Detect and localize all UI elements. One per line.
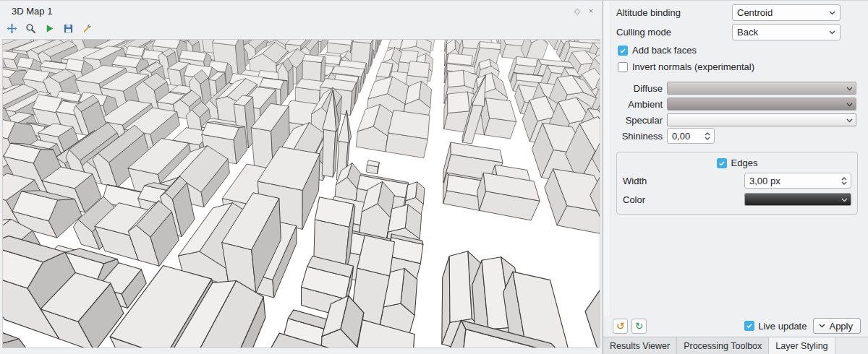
edges-width-row: Width 3,00 px bbox=[623, 171, 851, 190]
bottom-tabbar: Results Viewer Processing Toolbox Layer … bbox=[603, 337, 868, 354]
ambient-row: Ambient bbox=[616, 96, 858, 112]
styling-footer: ↺ ↻ Live update Apply bbox=[603, 316, 868, 337]
map-3d-title: 3D Map 1 bbox=[12, 6, 569, 17]
shininess-spinbox[interactable]: 0,00 bbox=[667, 128, 715, 144]
layer-styling-panel: Altitude binding Centroid Culling mode B… bbox=[603, 1, 868, 354]
qgis-window: 3D Map 1 ◇ × bbox=[0, 0, 868, 354]
spinner-arrows[interactable] bbox=[702, 132, 712, 140]
ambient-color-button[interactable] bbox=[667, 98, 856, 111]
undo-icon: ↺ bbox=[616, 321, 625, 331]
spinner-down-icon[interactable] bbox=[705, 137, 710, 140]
tabbar-filler bbox=[835, 337, 868, 354]
edges-color-label: Color bbox=[623, 194, 744, 205]
shininess-label: Shininess bbox=[616, 131, 663, 142]
chevron-down-icon bbox=[846, 118, 853, 123]
panel-scrollbar[interactable] bbox=[603, 1, 610, 316]
live-update-checkbox[interactable] bbox=[744, 321, 754, 331]
specular-swatch bbox=[668, 114, 856, 126]
diffuse-swatch bbox=[668, 82, 856, 94]
edges-title-label: Edges bbox=[731, 157, 758, 168]
altitude-binding-label: Altitude binding bbox=[616, 7, 732, 18]
edges-group-title: Edges bbox=[623, 155, 851, 171]
add-back-faces-label: Add back faces bbox=[632, 45, 697, 56]
map-3d-toolbar bbox=[0, 19, 603, 38]
tab-processing-toolbox[interactable]: Processing Toolbox bbox=[677, 337, 769, 354]
diffuse-color-button[interactable] bbox=[667, 82, 856, 95]
diffuse-label: Diffuse bbox=[616, 83, 663, 94]
map-3d-canvas[interactable] bbox=[2, 39, 600, 348]
export-scene-icon[interactable] bbox=[61, 22, 75, 35]
spinner-down-icon[interactable] bbox=[841, 181, 847, 185]
specular-color-button[interactable] bbox=[667, 113, 856, 126]
zoom-full-icon[interactable] bbox=[24, 22, 38, 35]
invert-normals-label: Invert normals (experimental) bbox=[632, 61, 754, 72]
chevron-down-icon bbox=[841, 198, 848, 202]
altitude-binding-row: Altitude binding Centroid bbox=[616, 3, 858, 22]
spinner-arrows[interactable] bbox=[839, 177, 848, 185]
apply-menu-icon bbox=[819, 324, 825, 328]
panel-close-icon[interactable]: × bbox=[585, 5, 597, 17]
chevron-down-icon bbox=[829, 11, 835, 15]
ambient-label: Ambient bbox=[616, 99, 663, 110]
shininess-row: Shininess 0,00 bbox=[616, 128, 858, 144]
camera-control-icon[interactable] bbox=[5, 22, 19, 35]
culling-mode-label: Culling mode bbox=[616, 27, 732, 38]
map-3d-panel: 3D Map 1 ◇ × bbox=[0, 1, 603, 354]
invert-normals-checkbox[interactable] bbox=[618, 62, 628, 72]
live-update-label: Live update bbox=[758, 321, 807, 332]
check-icon bbox=[718, 160, 726, 167]
culling-mode-select[interactable]: Back bbox=[732, 24, 841, 40]
add-back-faces-row: Add back faces bbox=[616, 42, 858, 59]
play-animation-icon[interactable] bbox=[43, 22, 56, 35]
spinner-up-icon[interactable] bbox=[705, 132, 710, 136]
add-back-faces-checkbox[interactable] bbox=[618, 46, 628, 56]
invert-normals-row: Invert normals (experimental) bbox=[616, 59, 858, 75]
culling-mode-row: Culling mode Back bbox=[616, 22, 858, 42]
edges-checkbox[interactable] bbox=[717, 158, 727, 168]
configure-wrench-icon[interactable] bbox=[80, 22, 94, 35]
chevron-down-icon bbox=[846, 87, 853, 91]
edges-color-swatch bbox=[745, 194, 851, 205]
edges-width-label: Width bbox=[623, 176, 744, 186]
specular-label: Specular bbox=[616, 115, 663, 126]
ambient-swatch bbox=[668, 98, 856, 110]
edges-groupbox: Edges Width 3,00 px Color bbox=[616, 152, 858, 215]
apply-button[interactable]: Apply bbox=[813, 318, 861, 334]
edges-color-row: Color bbox=[623, 190, 851, 209]
redo-icon: ↻ bbox=[635, 321, 644, 331]
edges-color-button[interactable] bbox=[744, 193, 851, 206]
panel-spacer bbox=[616, 215, 858, 316]
redo-style-button[interactable]: ↻ bbox=[631, 319, 647, 334]
chevron-down-icon bbox=[846, 103, 853, 107]
chevron-down-icon bbox=[829, 30, 835, 35]
altitude-binding-select[interactable]: Centroid bbox=[732, 4, 841, 21]
check-icon bbox=[746, 322, 753, 329]
map-3d-header: 3D Map 1 ◇ × bbox=[0, 1, 603, 19]
undo-style-button[interactable]: ↺ bbox=[613, 319, 628, 334]
specular-row: Specular bbox=[616, 112, 858, 128]
tab-results-viewer[interactable]: Results Viewer bbox=[603, 337, 677, 354]
check-icon bbox=[619, 47, 626, 54]
spinner-up-icon[interactable] bbox=[841, 177, 847, 181]
diffuse-row: Diffuse bbox=[616, 80, 858, 96]
tab-layer-styling[interactable]: Layer Styling bbox=[769, 337, 835, 354]
panel-float-icon[interactable]: ◇ bbox=[571, 5, 583, 17]
edges-width-spinbox[interactable]: 3,00 px bbox=[744, 173, 851, 189]
